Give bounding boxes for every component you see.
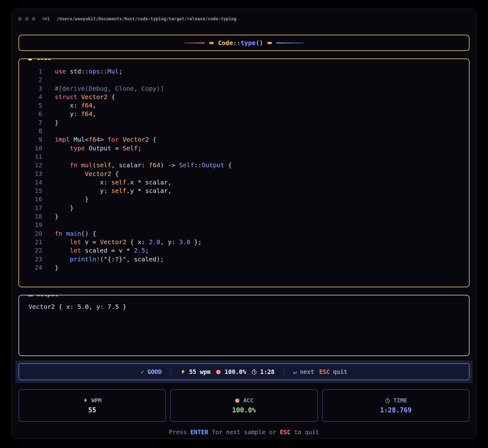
code-line-text: x: f64,	[42, 101, 96, 110]
titlebar: ⌥⌘1 /Users/wooyukit/Documents/Rust/code-…	[12, 9, 476, 23]
status-separator: │	[169, 368, 173, 375]
line-number: 14	[19, 178, 42, 187]
code-line-text	[42, 221, 55, 229]
code-line-text: let v = Vector2 { x: 2.0, y: 3.0 };	[42, 238, 202, 246]
stat-box-time: TIME 1:28.769	[322, 389, 470, 422]
code-lines: 1use std::ops::Mul;23#[derive(Debug, Clo…	[19, 67, 469, 272]
output-panel-title-label: Output	[37, 295, 58, 298]
code-line: 16 }	[19, 195, 469, 204]
line-number: 15	[19, 187, 42, 195]
stat-acc-label-row: ACC	[235, 397, 254, 404]
status-esc-key: ESC	[319, 368, 330, 375]
traffic-lights	[18, 17, 36, 21]
line-number: 8	[19, 127, 42, 135]
outbox-tray-icon	[27, 295, 33, 297]
status-strip: ✓ GOOD │ 55 wpm 100.0%	[15, 360, 473, 383]
code-line-text: Vector2 {	[42, 170, 119, 178]
line-number: 11	[19, 153, 42, 161]
footer-esc-key: ESC	[280, 429, 290, 435]
code-line-text: struct Vector2 {	[42, 93, 115, 101]
code-line-text: impl Mul<f64> for Vector2 {	[42, 135, 156, 144]
code-line: 6 y: f64,	[19, 110, 469, 118]
code-line-text: y: f64,	[42, 110, 96, 118]
code-panel: Code 1use std::ops::Mul;23#[derive(Debug…	[18, 58, 470, 287]
line-number: 24	[19, 264, 42, 272]
code-line-text: println!("{:?}", scaled);	[42, 255, 164, 264]
window-path: /Users/wooyukit/Documents/Rust/code-typi…	[57, 16, 236, 21]
code-line: 2	[19, 76, 469, 84]
line-number: 20	[19, 229, 42, 238]
return-key-icon: ↵	[293, 368, 297, 375]
stat-wpm-value: 55	[88, 406, 96, 414]
code-line-text: fn mul(self, scalar: f64) -> Self::Outpu…	[42, 161, 232, 169]
footer-pre: Press	[169, 429, 191, 435]
line-number: 23	[19, 255, 42, 264]
stopwatch-icon	[251, 369, 257, 375]
code-line-text	[42, 127, 55, 135]
status-time-value: 1:28	[260, 368, 275, 375]
code-line: 1use std::ops::Mul;	[19, 67, 469, 76]
lightning-icon	[83, 398, 88, 403]
code-line: 22 let scaled = v * 2.5;	[19, 246, 469, 255]
deco-line-blue	[276, 43, 304, 43]
code-line-text: #[derive(Debug, Clone, Copy)]	[42, 84, 164, 93]
line-number: 22	[19, 246, 42, 255]
code-line-text: let scaled = v * 2.5;	[42, 246, 149, 255]
line-number: 10	[19, 144, 42, 153]
line-number: 3	[19, 84, 42, 93]
stat-acc-label: ACC	[243, 397, 254, 404]
status-wpm-value: 55 wpm	[189, 368, 211, 375]
code-line: 19	[19, 221, 469, 229]
code-line: 11	[19, 153, 469, 161]
app-title: Code::type()	[218, 39, 263, 47]
line-number: 19	[19, 221, 42, 229]
code-line: 17 }	[19, 204, 469, 212]
stat-box-wpm: WPM 55	[18, 389, 166, 422]
stat-time-value: 1:28.769	[380, 406, 412, 414]
code-line-text: }	[42, 212, 58, 221]
deco-square-left	[209, 42, 214, 44]
stat-box-acc: ACC 100.0%	[170, 389, 318, 422]
code-line: 10 type Output = Self;	[19, 144, 469, 153]
minimize-button[interactable]	[25, 17, 29, 21]
line-number: 17	[19, 204, 42, 212]
code-line-text: type Output = Self;	[42, 144, 141, 153]
code-line: 5 x: f64,	[19, 101, 469, 110]
status-quit-hint: ESC quit	[319, 368, 347, 375]
status-separator: │	[282, 368, 285, 375]
line-number: 2	[19, 76, 42, 84]
stat-time-label: TIME	[394, 397, 407, 404]
target-icon	[216, 369, 221, 375]
stat-wpm-label: WPM	[91, 397, 102, 404]
code-line-text	[42, 153, 55, 161]
deco-line-red	[184, 43, 205, 43]
code-line: 23 println!("{:?}", scaled);	[19, 255, 469, 264]
app-title-box: Code::type()	[18, 35, 470, 51]
code-line: 18}	[19, 212, 469, 221]
status-accuracy: 100.0%	[216, 368, 246, 375]
line-number: 1	[19, 67, 42, 76]
code-line-text: x: self.x * scalar,	[42, 178, 171, 187]
footer-mid: for next sample or	[208, 429, 280, 435]
footer-hint: Press ENTER for next sample or ESC to qu…	[18, 429, 470, 435]
footer-enter-key: ENTER	[190, 429, 208, 435]
program-output: Vector2 { x: 5.0, y: 7.5 }	[19, 295, 469, 310]
memo-icon	[27, 58, 33, 61]
line-number: 18	[19, 212, 42, 221]
check-icon: ✓	[141, 368, 144, 375]
status-state-label: GOOD	[147, 368, 162, 375]
code-line: 15 y: self.y * scalar,	[19, 187, 469, 195]
status-wpm: 55 wpm	[180, 368, 211, 375]
lightning-icon	[180, 369, 186, 375]
stat-wpm-label-row: WPM	[83, 397, 102, 404]
window-title: ⌥⌘1 /Users/wooyukit/Documents/Rust/code-…	[42, 16, 236, 21]
code-line: 7}	[19, 118, 469, 127]
code-line: 14 x: self.x * scalar,	[19, 178, 469, 187]
zoom-button[interactable]	[32, 17, 36, 21]
footer-post: to quit	[291, 429, 319, 435]
line-number: 12	[19, 161, 42, 169]
status-time: 1:28	[251, 368, 275, 375]
line-number: 5	[19, 101, 42, 110]
code-line-text: }	[42, 118, 58, 127]
close-button[interactable]	[18, 17, 22, 21]
